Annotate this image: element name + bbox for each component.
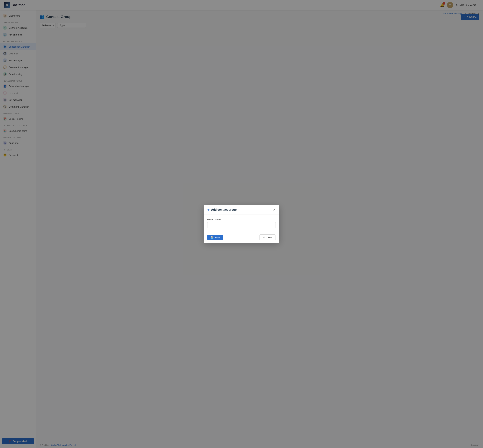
- modal-header: ⊕ Add contact group ✕: [204, 205, 279, 215]
- modal-title-area: ⊕ Add contact group: [207, 208, 237, 211]
- modal-overlay[interactable]: ⊕ Add contact group ✕ Group name 💾 Save …: [0, 0, 483, 448]
- modal-footer: 💾 Save ✕ Close: [204, 232, 279, 243]
- modal-x-close-button[interactable]: ✕: [273, 208, 276, 211]
- save-label: Save: [214, 236, 220, 239]
- save-button[interactable]: 💾 Save: [207, 235, 223, 240]
- modal-title: Add contact group: [211, 208, 237, 211]
- modal-body: Group name: [204, 215, 279, 232]
- group-name-input[interactable]: [207, 222, 276, 228]
- save-icon: 💾: [210, 236, 213, 239]
- close-x-icon: ✕: [263, 236, 265, 239]
- group-name-label: Group name: [207, 218, 276, 221]
- close-label: Close: [266, 236, 272, 239]
- close-button[interactable]: ✕ Close: [259, 234, 276, 240]
- modal-add-icon: ⊕: [207, 208, 210, 211]
- add-contact-group-modal: ⊕ Add contact group ✕ Group name 💾 Save …: [204, 205, 279, 243]
